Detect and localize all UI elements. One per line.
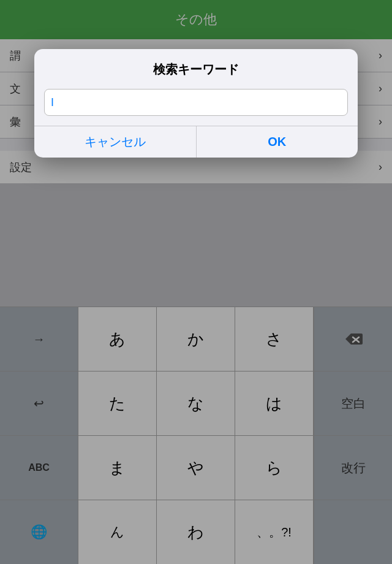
dialog-input-wrap: [34, 84, 358, 126]
cancel-button[interactable]: キャンセル: [34, 126, 197, 158]
dialog-title: 検索キーワード: [34, 49, 358, 84]
dialog: 検索キーワード キャンセル OK: [34, 49, 358, 158]
search-input[interactable]: [44, 89, 348, 116]
dialog-buttons: キャンセル OK: [34, 126, 358, 158]
ok-button[interactable]: OK: [197, 126, 358, 158]
